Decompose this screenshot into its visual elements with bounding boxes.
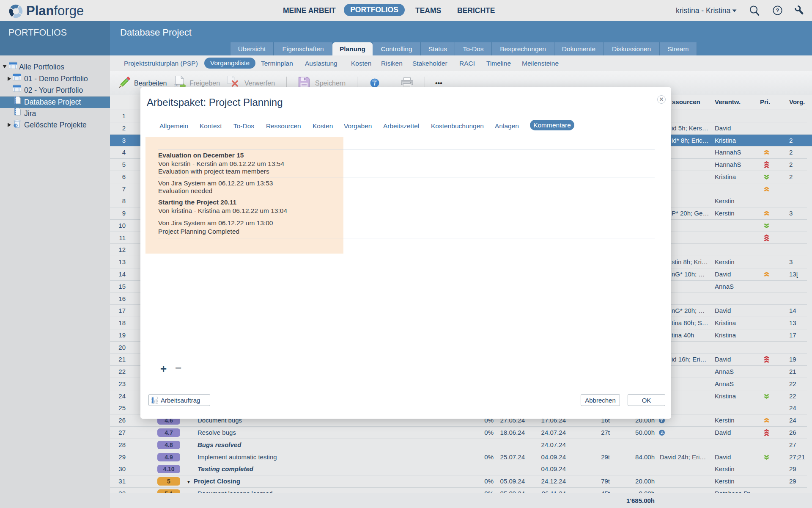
svg-text:i: i: [374, 80, 376, 87]
svg-text:?: ?: [776, 7, 779, 14]
svg-text:10: 10: [174, 83, 178, 87]
